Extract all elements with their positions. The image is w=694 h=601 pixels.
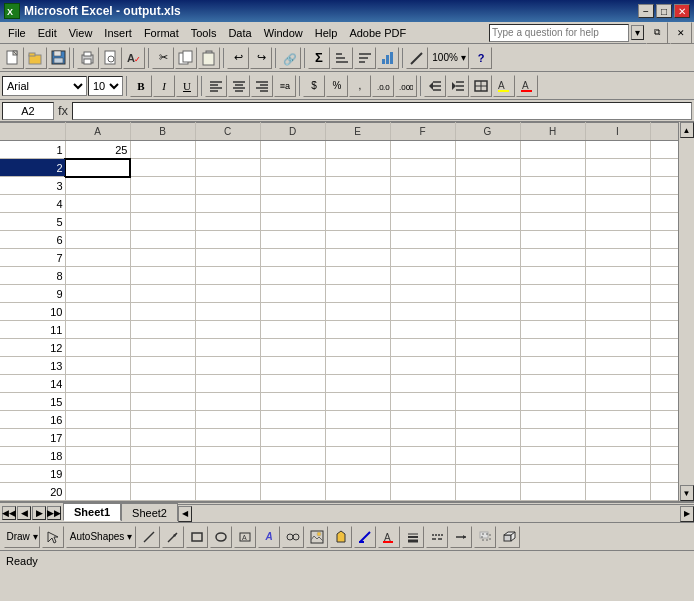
row-header-9[interactable]: 9 bbox=[0, 285, 65, 303]
cell-I18[interactable] bbox=[585, 447, 650, 465]
cell-A13[interactable] bbox=[65, 357, 130, 375]
cell-A5[interactable] bbox=[65, 213, 130, 231]
cell-J19[interactable] bbox=[650, 465, 678, 483]
cell-A3[interactable] bbox=[65, 177, 130, 195]
col-header-B[interactable]: B bbox=[130, 123, 195, 141]
draw-menu-button[interactable]: Draw ▾ bbox=[4, 526, 40, 548]
cell-A18[interactable] bbox=[65, 447, 130, 465]
cell-C16[interactable] bbox=[195, 411, 260, 429]
cell-G4[interactable] bbox=[455, 195, 520, 213]
cell-F5[interactable] bbox=[390, 213, 455, 231]
cell-E3[interactable] bbox=[325, 177, 390, 195]
cell-H3[interactable] bbox=[520, 177, 585, 195]
cell-D11[interactable] bbox=[260, 321, 325, 339]
cell-F20[interactable] bbox=[390, 483, 455, 501]
row-header-3[interactable]: 3 bbox=[0, 177, 65, 195]
cell-E18[interactable] bbox=[325, 447, 390, 465]
cell-G20[interactable] bbox=[455, 483, 520, 501]
cell-E4[interactable] bbox=[325, 195, 390, 213]
cell-I14[interactable] bbox=[585, 375, 650, 393]
cell-G13[interactable] bbox=[455, 357, 520, 375]
cell-B17[interactable] bbox=[130, 429, 195, 447]
new-button[interactable] bbox=[2, 47, 24, 69]
cell-F3[interactable] bbox=[390, 177, 455, 195]
cell-A16[interactable] bbox=[65, 411, 130, 429]
cell-F2[interactable] bbox=[390, 159, 455, 177]
cell-H8[interactable] bbox=[520, 267, 585, 285]
cell-F15[interactable] bbox=[390, 393, 455, 411]
dash-style-button[interactable] bbox=[426, 526, 448, 548]
cell-B5[interactable] bbox=[130, 213, 195, 231]
cell-I10[interactable] bbox=[585, 303, 650, 321]
cell-D12[interactable] bbox=[260, 339, 325, 357]
cell-E11[interactable] bbox=[325, 321, 390, 339]
sheet-nav-first[interactable]: ◀◀ bbox=[2, 506, 16, 520]
cell-G17[interactable] bbox=[455, 429, 520, 447]
cell-I21[interactable] bbox=[585, 501, 650, 502]
cell-J21[interactable] bbox=[650, 501, 678, 502]
cell-J3[interactable] bbox=[650, 177, 678, 195]
cell-I11[interactable] bbox=[585, 321, 650, 339]
close-button[interactable]: ✕ bbox=[674, 4, 690, 18]
cell-G21[interactable] bbox=[455, 501, 520, 502]
restore-button[interactable]: □ bbox=[656, 4, 672, 18]
cell-D8[interactable] bbox=[260, 267, 325, 285]
cell-G7[interactable] bbox=[455, 249, 520, 267]
wordart-button[interactable]: A bbox=[258, 526, 280, 548]
cell-F13[interactable] bbox=[390, 357, 455, 375]
cell-F1[interactable] bbox=[390, 141, 455, 159]
bold-button[interactable]: B bbox=[130, 75, 152, 97]
line-style-button[interactable] bbox=[402, 526, 424, 548]
autosum-button[interactable]: Σ bbox=[308, 47, 330, 69]
cell-C9[interactable] bbox=[195, 285, 260, 303]
cell-E16[interactable] bbox=[325, 411, 390, 429]
scroll-left-button[interactable]: ◀ bbox=[178, 506, 192, 522]
cell-A14[interactable] bbox=[65, 375, 130, 393]
cell-E12[interactable] bbox=[325, 339, 390, 357]
cell-F6[interactable] bbox=[390, 231, 455, 249]
row-header-12[interactable]: 12 bbox=[0, 339, 65, 357]
cell-D3[interactable] bbox=[260, 177, 325, 195]
cell-H1[interactable] bbox=[520, 141, 585, 159]
shadow-button[interactable] bbox=[474, 526, 496, 548]
cell-H17[interactable] bbox=[520, 429, 585, 447]
cell-F14[interactable] bbox=[390, 375, 455, 393]
cell-G14[interactable] bbox=[455, 375, 520, 393]
row-header-6[interactable]: 6 bbox=[0, 231, 65, 249]
cell-C11[interactable] bbox=[195, 321, 260, 339]
cell-D13[interactable] bbox=[260, 357, 325, 375]
window-close-inner[interactable]: ✕ bbox=[670, 22, 692, 44]
cell-I3[interactable] bbox=[585, 177, 650, 195]
cell-D21[interactable] bbox=[260, 501, 325, 502]
cell-E19[interactable] bbox=[325, 465, 390, 483]
cell-A4[interactable] bbox=[65, 195, 130, 213]
menu-tools[interactable]: Tools bbox=[185, 22, 223, 43]
cell-B4[interactable] bbox=[130, 195, 195, 213]
cell-G6[interactable] bbox=[455, 231, 520, 249]
vertical-scrollbar[interactable]: ▲ ▼ bbox=[678, 122, 694, 501]
cell-B16[interactable] bbox=[130, 411, 195, 429]
cell-C13[interactable] bbox=[195, 357, 260, 375]
cell-J4[interactable] bbox=[650, 195, 678, 213]
cell-H14[interactable] bbox=[520, 375, 585, 393]
cell-F18[interactable] bbox=[390, 447, 455, 465]
cell-C20[interactable] bbox=[195, 483, 260, 501]
row-header-14[interactable]: 14 bbox=[0, 375, 65, 393]
cell-F7[interactable] bbox=[390, 249, 455, 267]
row-header-2[interactable]: 2 bbox=[0, 159, 65, 177]
cell-C12[interactable] bbox=[195, 339, 260, 357]
cell-D17[interactable] bbox=[260, 429, 325, 447]
formula-input[interactable] bbox=[72, 102, 692, 120]
row-header-13[interactable]: 13 bbox=[0, 357, 65, 375]
cell-A8[interactable] bbox=[65, 267, 130, 285]
cell-F4[interactable] bbox=[390, 195, 455, 213]
row-header-7[interactable]: 7 bbox=[0, 249, 65, 267]
cell-G10[interactable] bbox=[455, 303, 520, 321]
cell-H9[interactable] bbox=[520, 285, 585, 303]
menu-format[interactable]: Format bbox=[138, 22, 185, 43]
zoom-dropdown[interactable]: 100% ▾ bbox=[429, 47, 469, 69]
spell-check-button[interactable]: A✓ bbox=[123, 47, 145, 69]
cell-J12[interactable] bbox=[650, 339, 678, 357]
undo-button[interactable]: ↩ bbox=[227, 47, 249, 69]
cell-D2[interactable] bbox=[260, 159, 325, 177]
